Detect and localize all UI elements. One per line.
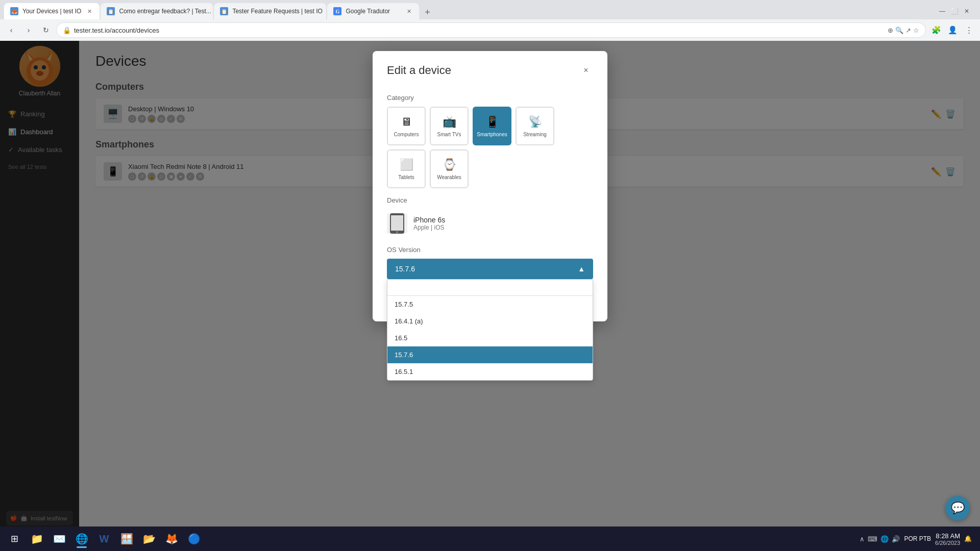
translate-icon[interactable]: ⊕	[888, 27, 893, 34]
taskbar-chrome[interactable]: 🔵	[184, 529, 204, 549]
volume-icon[interactable]: 🔊	[892, 535, 900, 543]
window-close-button[interactable]: ✕	[962, 6, 972, 16]
word-icon: W	[100, 533, 109, 545]
toolbar-icons: 🧩 👤 ⋮	[929, 23, 976, 37]
os-select-button[interactable]: 15.7.6 ▲	[387, 259, 593, 279]
address-icons: ⊕ 🔍 ↗ ☆	[888, 27, 919, 34]
edit-device-modal: Edit a device × Category 🖥 Computers 📺 S…	[373, 51, 607, 321]
keyboard-icon[interactable]: ⌨	[868, 535, 877, 543]
chat-button[interactable]: 💬	[945, 496, 970, 520]
tab-4-close[interactable]: ✕	[405, 7, 413, 15]
category-smart-tvs[interactable]: 📺 Smart TVs	[430, 107, 469, 145]
category-smartphones[interactable]: 📱 Smartphones	[473, 107, 511, 145]
notifications-icon[interactable]: 🔔	[964, 535, 972, 542]
chrome-icon: 🔵	[188, 533, 201, 545]
firefox-icon: 🦊	[165, 533, 178, 545]
os-label: OS Version	[387, 246, 593, 254]
tab-4[interactable]: G Google Tradutor ✕	[327, 3, 419, 19]
explorer-icon: 📁	[31, 533, 43, 545]
maximize-button[interactable]: ⬜	[949, 6, 960, 16]
wearables-cat-label: Wearables	[437, 174, 461, 180]
os-option-16-4-1[interactable]: 16.4.1 (a)	[387, 313, 593, 330]
modal-overlay: Edit a device × Category 🖥 Computers 📺 S…	[0, 41, 980, 551]
tab-3-favicon: 📋	[220, 7, 228, 15]
tab-1-label: Your Devices | test IO	[22, 8, 81, 15]
streaming-cat-label: Streaming	[523, 132, 547, 137]
device-detail-name: iPhone 6s	[413, 216, 445, 224]
taskbar-mail[interactable]: ✉️	[49, 529, 69, 549]
tab-1-close[interactable]: ✕	[85, 7, 93, 15]
system-tray: ∧ ⌨ 🌐 🔊	[860, 535, 900, 543]
window-controls: — ⬜ ✕	[937, 6, 976, 19]
taskbar-firefox[interactable]: 🦊	[161, 529, 182, 549]
tab-1[interactable]: 🦊 Your Devices | test IO ✕	[4, 3, 100, 19]
mail-icon: ✉️	[53, 533, 66, 545]
browser-chrome: 🦊 Your Devices | test IO ✕ 📋 Como entreg…	[0, 0, 980, 41]
tab-3[interactable]: 📋 Tester Feature Requests | test IO ✕	[214, 3, 326, 19]
tray-expand[interactable]: ∧	[860, 535, 865, 543]
device-thumb	[387, 213, 407, 234]
device-info-box: iPhone 6s Apple | iOS	[387, 209, 593, 238]
svg-rect-10	[391, 215, 403, 231]
tab-2-favicon: 📋	[107, 7, 115, 15]
os-select-wrapper: 15.7.6 ▲ 15.7.5 16.4.1 (a) 16.5 15.7.6 1…	[387, 259, 593, 279]
modal-close-button[interactable]: ×	[579, 63, 593, 78]
tab-3-label: Tester Feature Requests | test IO	[232, 8, 323, 15]
start-icon: ⊞	[11, 533, 18, 544]
taskbar-edge[interactable]: 🌐	[71, 529, 92, 549]
search-icon[interactable]: 🔍	[895, 27, 903, 34]
tablets-cat-icon: ⬜	[400, 158, 413, 171]
os-options-list: 15.7.5 16.4.1 (a) 16.5 15.7.6 16.5.1	[387, 296, 593, 380]
forward-button[interactable]: ›	[21, 23, 36, 37]
category-label: Category	[387, 94, 593, 102]
tab-2[interactable]: 📋 Como entregar feedback? | Test... ✕	[101, 3, 213, 19]
files-icon: 📂	[143, 533, 156, 545]
minimize-button[interactable]: —	[937, 6, 947, 16]
back-button[interactable]: ‹	[4, 23, 18, 37]
address-bar-row: ‹ › ↻ 🔒 tester.test.io/account/devices ⊕…	[0, 19, 980, 41]
refresh-button[interactable]: ↻	[39, 23, 53, 37]
os-option-15-7-6[interactable]: 15.7.6	[387, 346, 593, 363]
streaming-cat-icon: 📡	[528, 115, 542, 129]
os-option-15-7-5[interactable]: 15.7.5	[387, 296, 593, 313]
taskbar-files[interactable]: 📂	[139, 529, 159, 549]
taskbar: ⊞ 📁 ✉️ 🌐 W 🪟 📂 🦊 🔵 ∧ ⌨ 🌐 🔊 POR PTB 8:28 …	[0, 527, 980, 551]
device-detail-sub: Apple | iOS	[413, 224, 445, 231]
tab-1-favicon: 🦊	[10, 7, 18, 15]
smartphones-cat-label: Smartphones	[477, 132, 507, 137]
wearables-cat-icon: ⌚	[443, 158, 456, 171]
address-text: tester.test.io/account/devices	[74, 27, 159, 34]
start-button[interactable]: ⊞	[4, 529, 24, 549]
share-icon[interactable]: ↗	[905, 27, 911, 34]
extensions-icon[interactable]: 🧩	[929, 23, 943, 37]
chevron-up-icon: ▲	[578, 265, 585, 273]
taskbar-store[interactable]: 🪟	[116, 529, 137, 549]
lock-icon: 🔒	[63, 27, 71, 34]
address-bar[interactable]: 🔒 tester.test.io/account/devices ⊕ 🔍 ↗ ☆	[56, 22, 926, 38]
profile-icon[interactable]: 👤	[945, 23, 960, 37]
category-streaming[interactable]: 📡 Streaming	[516, 107, 554, 145]
category-tablets[interactable]: ⬜ Tablets	[387, 149, 426, 188]
category-computers[interactable]: 🖥 Computers	[387, 107, 426, 145]
category-wearables[interactable]: ⌚ Wearables	[430, 149, 469, 188]
taskbar-word[interactable]: W	[94, 529, 114, 549]
lang-label: POR PTB	[904, 535, 931, 542]
taskbar-clock[interactable]: 8:28 AM 6/26/2023	[935, 532, 960, 546]
clock-time: 8:28 AM	[935, 532, 960, 540]
tab-4-label: Google Tradutor	[346, 8, 390, 15]
os-option-16-5-1[interactable]: 16.5.1	[387, 363, 593, 380]
bookmark-icon[interactable]: ☆	[913, 27, 919, 34]
tablets-cat-label: Tablets	[398, 174, 414, 180]
smartphones-cat-icon: 📱	[485, 115, 499, 129]
smart-tvs-cat-icon: 📺	[443, 115, 456, 129]
new-tab-button[interactable]: +	[420, 5, 434, 19]
taskbar-explorer[interactable]: 📁	[27, 529, 47, 549]
menu-icon[interactable]: ⋮	[962, 23, 976, 37]
os-option-16-5[interactable]: 16.5	[387, 330, 593, 346]
network-icon[interactable]: 🌐	[880, 535, 889, 543]
modal-body: Category 🖥 Computers 📺 Smart TVs 📱 Smart…	[373, 94, 607, 291]
clock-date: 6/26/2023	[935, 540, 960, 546]
os-selected-value: 15.7.6	[395, 265, 415, 273]
os-search-input[interactable]	[387, 280, 593, 296]
category-grid: 🖥 Computers 📺 Smart TVs 📱 Smartphones 📡 …	[387, 107, 593, 188]
